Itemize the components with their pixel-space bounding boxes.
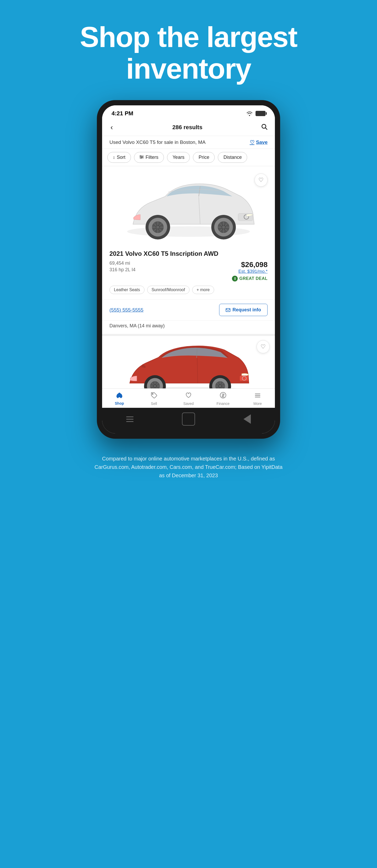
- filters-chip[interactable]: Filters: [134, 152, 164, 163]
- feature-tag-sunroof[interactable]: Sunroof/Moonroof: [147, 286, 190, 294]
- phone-link-1[interactable]: (555) 555-5555: [109, 307, 143, 313]
- est-payment-1: Est. $391/mo.*: [232, 269, 268, 274]
- car-mileage: 69,454 mi: [109, 260, 135, 266]
- footer-disclaimer: Compared to major online automotive mark…: [84, 455, 293, 479]
- shop-icon: [116, 392, 123, 400]
- svg-line-1: [266, 128, 267, 129]
- car-engine: 316 hp 2L I4: [109, 267, 135, 273]
- heart-icon: ♡: [250, 139, 254, 146]
- results-count: 286 results: [172, 124, 202, 131]
- deal-text: GREAT DEAL: [239, 276, 268, 281]
- phone-home-bar: [102, 408, 275, 433]
- email-icon: [226, 308, 230, 312]
- car-price-1: $26,098: [232, 260, 268, 269]
- save-search-button[interactable]: ♡ Save: [250, 139, 268, 146]
- nav-more-label: More: [253, 402, 262, 406]
- sell-icon: [150, 392, 157, 400]
- phone-screen: 4:21 PM ‹ 286 results: [102, 105, 275, 433]
- nav-shop[interactable]: Shop: [102, 392, 137, 405]
- white-car-svg: [115, 172, 262, 245]
- nav-saved[interactable]: Saved: [171, 392, 206, 406]
- bottom-nav: Shop Sell Saved: [102, 389, 275, 408]
- saved-icon: [185, 392, 192, 400]
- phone-frame: 4:21 PM ‹ 286 results: [97, 100, 280, 439]
- svg-point-7: [141, 157, 142, 159]
- nav-sell[interactable]: Sell: [137, 392, 171, 406]
- car-details-row-1: 69,454 mi 316 hp 2L I4 $26,098 Est. $391…: [109, 260, 268, 281]
- svg-point-5: [140, 155, 141, 156]
- svg-point-6: [142, 156, 143, 157]
- car-image-1: [107, 172, 270, 245]
- card-actions-1: (555) 555-5555 Request info: [102, 299, 275, 320]
- nav-finance[interactable]: Finance: [206, 392, 240, 406]
- app-header: ‹ 286 results: [102, 119, 275, 136]
- deal-badge-1: ⇧ GREAT DEAL: [232, 276, 268, 281]
- dollar-nav-icon: [220, 392, 227, 399]
- car-image-container-2: ♡: [102, 336, 275, 389]
- svg-point-51: [117, 397, 118, 398]
- favorite-button-2[interactable]: ♡: [256, 340, 270, 353]
- status-time: 4:21 PM: [111, 110, 133, 117]
- favorite-button-1[interactable]: ♡: [254, 174, 268, 187]
- svg-point-53: [152, 393, 153, 395]
- status-icons: [246, 111, 266, 116]
- car-specs-1: 69,454 mi 316 hp 2L I4: [109, 260, 135, 273]
- hero-title: Shop the largest inventory: [0, 21, 377, 84]
- filter-bar: ↕ Sort Filters Years: [102, 149, 275, 166]
- nav-shop-label: Shop: [115, 401, 124, 405]
- car-listing-1: ♡ 2021 Volvo XC60 T5 Inscription AWD 69,…: [102, 166, 275, 336]
- car-title-1: 2021 Volvo XC60 T5 Inscription AWD: [109, 250, 268, 257]
- deal-icon: ⇧: [232, 276, 238, 281]
- car-listing-2: ♡: [102, 336, 275, 389]
- nav-finance-label: Finance: [216, 402, 230, 406]
- svg-rect-29: [226, 308, 230, 311]
- feature-tags-1: Leather Seats Sunroof/Moonroof + more: [109, 286, 268, 294]
- car-image-container-1: ♡: [102, 166, 275, 247]
- sort-chip[interactable]: ↕ Sort: [107, 152, 131, 163]
- tag-nav-icon: [150, 392, 157, 399]
- search-button[interactable]: [261, 123, 268, 132]
- search-subtitle-bar: Used Volvo XC60 T5 for sale in Boston, M…: [102, 136, 275, 149]
- wifi-icon: [246, 111, 253, 116]
- home-button[interactable]: [182, 412, 195, 426]
- red-car-svg: [114, 336, 263, 389]
- filter-icon: [140, 155, 144, 160]
- back-button[interactable]: ‹: [109, 122, 114, 133]
- recent-apps-button[interactable]: [126, 416, 134, 422]
- nav-saved-label: Saved: [183, 402, 194, 406]
- car-nav-icon: [116, 392, 123, 398]
- nav-more[interactable]: More: [240, 392, 275, 406]
- search-query-text: Used Volvo XC60 T5 for sale in Boston, M…: [109, 140, 206, 145]
- heart-nav-icon: [185, 392, 192, 399]
- car-info-1: 2021 Volvo XC60 T5 Inscription AWD 69,45…: [102, 247, 275, 299]
- feature-tag-leather[interactable]: Leather Seats: [109, 286, 144, 294]
- hamburger-nav-icon: [254, 392, 261, 399]
- back-system-button[interactable]: [243, 414, 251, 424]
- request-info-button-1[interactable]: Request info: [219, 304, 268, 316]
- nav-sell-label: Sell: [151, 402, 157, 406]
- finance-icon: [220, 392, 227, 400]
- car-location-1: Danvers, MA (14 mi away): [102, 320, 275, 334]
- feature-tag-more[interactable]: + more: [192, 286, 214, 294]
- car-price-section-1: $26,098 Est. $391/mo.* ⇧ GREAT DEAL: [232, 260, 268, 281]
- svg-point-52: [120, 397, 122, 398]
- more-icon: [254, 392, 261, 400]
- status-bar: 4:21 PM: [102, 105, 275, 119]
- battery-icon: [255, 111, 266, 116]
- years-chip[interactable]: Years: [167, 152, 190, 163]
- distance-chip[interactable]: Distance: [218, 152, 247, 163]
- sort-icon: ↕: [113, 155, 115, 160]
- price-chip[interactable]: Price: [193, 152, 215, 163]
